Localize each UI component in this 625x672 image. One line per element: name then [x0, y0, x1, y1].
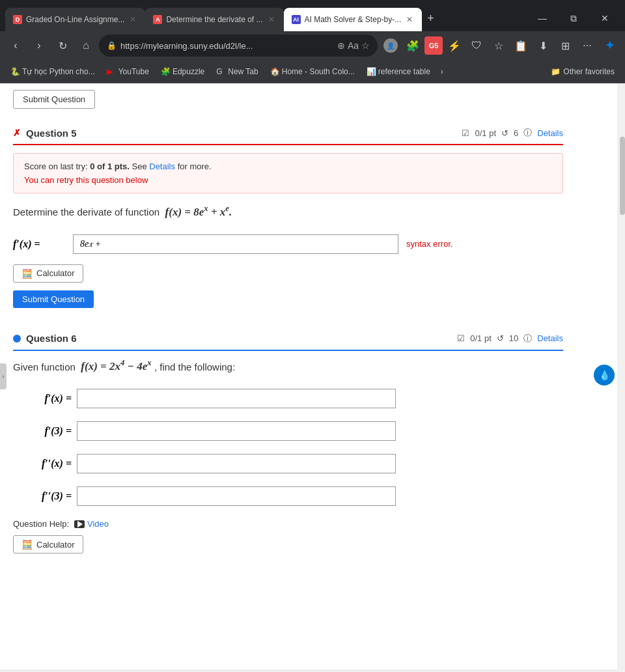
- address-bar[interactable]: 🔒 https://mylearning.suny.edu/d2l/le... …: [99, 35, 378, 57]
- q6-input-row-3: f′′(x) =: [13, 454, 563, 473]
- copilot-icon: 💧: [599, 370, 610, 380]
- q5-input-label: f′(x) =: [13, 238, 65, 250]
- python-favicon: 🐍: [10, 67, 20, 76]
- q6-input-4[interactable]: [77, 486, 396, 506]
- error-details-link[interactable]: Details: [149, 161, 175, 171]
- tab-1-favicon: D: [13, 15, 22, 24]
- tab-2-close[interactable]: ✕: [267, 14, 276, 25]
- home-button[interactable]: ⌂: [76, 35, 96, 56]
- bookmark-edpuzzle[interactable]: 🧩 Edpuzzle: [156, 65, 210, 78]
- other-favorites[interactable]: 📁 Other favorites: [546, 65, 620, 78]
- error-score-value: 0 of 1 pts.: [90, 161, 130, 171]
- question-6-retry: 10: [509, 333, 518, 343]
- tab-3[interactable]: AI AI Math Solver & Step-by-... ✕: [284, 8, 423, 31]
- scrollbar[interactable]: [617, 83, 625, 669]
- top-submit-button[interactable]: Submit Question: [13, 90, 95, 109]
- error-score-prefix: Score on last try:: [24, 161, 88, 171]
- g5-button[interactable]: G5: [424, 36, 443, 55]
- left-panel-toggle[interactable]: ›: [0, 363, 7, 389]
- tab-2-favicon: A: [153, 15, 162, 24]
- q6-input-row-4: f′′(3) =: [13, 486, 563, 506]
- question-5-header: ✗ Question 5 ☑ 0/1 pt ↺ 6 ⓘ Details: [13, 122, 563, 145]
- edge-copilot[interactable]: ✦: [599, 35, 620, 56]
- edge-copilot-side[interactable]: 💧: [594, 365, 615, 385]
- question-6-label: Question 6: [26, 333, 77, 344]
- back-button[interactable]: ‹: [5, 35, 26, 56]
- lightning-button[interactable]: ⚡: [444, 35, 465, 56]
- sidebar-toggle[interactable]: ⊞: [555, 35, 576, 56]
- profile-button[interactable]: 👤: [380, 35, 401, 56]
- restore-button[interactable]: ⧉: [559, 8, 589, 29]
- address-icons: ⊕ Aa ☆: [337, 40, 370, 51]
- retry-text-q5: You can retry this question below: [24, 175, 148, 185]
- minimize-button[interactable]: —: [527, 8, 557, 29]
- bookmark-newtab[interactable]: G New Tab: [211, 65, 263, 78]
- q6-input-2[interactable]: [77, 421, 396, 441]
- tab-3-title: AI Math Solver & Step-by-...: [305, 15, 402, 24]
- question-6-details-link[interactable]: Details: [537, 333, 563, 343]
- tab-2[interactable]: A Determine the derivate of ... ✕: [145, 8, 283, 31]
- video-link-q6[interactable]: Video: [74, 519, 109, 529]
- history-button[interactable]: 📋: [510, 35, 531, 56]
- address-text: https://mylearning.suny.edu/d2l/le...: [120, 41, 333, 51]
- q6-input-3[interactable]: [77, 454, 396, 473]
- bookmark-youtube-label: YouTube: [118, 67, 149, 76]
- check-icon-q6: ☑: [457, 333, 465, 343]
- q6-input-row-1: f′(x) =: [13, 389, 563, 408]
- google-favicon: G: [216, 67, 225, 76]
- new-tab-button[interactable]: +: [422, 7, 439, 31]
- q6-input-1[interactable]: [77, 389, 396, 408]
- bookmarks-chevron[interactable]: ›: [437, 65, 447, 78]
- calc-icon-q5: 🧮: [21, 268, 33, 279]
- error-more: for more.: [178, 161, 212, 171]
- question-6-text: Given function f(x) = 2x4 − 4ex , find t…: [13, 359, 563, 374]
- other-favorites-label: Other favorites: [563, 67, 615, 76]
- browser-chrome: D Graded On-Line Assignme... ✕ A Determi…: [0, 0, 625, 83]
- tab-1-close[interactable]: ✕: [128, 14, 137, 25]
- bookmark-home[interactable]: 🏠 Home - South Colo...: [265, 65, 360, 78]
- close-button[interactable]: ✕: [590, 8, 620, 29]
- calculator-button-q6[interactable]: 🧮 Calculator: [13, 535, 83, 553]
- tab-1[interactable]: D Graded On-Line Assignme... ✕: [5, 8, 145, 31]
- shield-button[interactable]: 🛡: [466, 35, 487, 56]
- star-icon[interactable]: ☆: [361, 40, 370, 51]
- q6-label-4: f′′(3) =: [13, 490, 72, 502]
- tab-3-close[interactable]: ✕: [405, 14, 414, 25]
- question-6-title: Question 6: [13, 333, 77, 344]
- q6-label-1: f′(x) =: [13, 393, 72, 404]
- forward-button[interactable]: ›: [29, 35, 49, 56]
- bookmark-reference[interactable]: 📊 reference table: [361, 65, 436, 78]
- youtube-favicon: ▶: [107, 67, 116, 76]
- page-content: › Submit Question ✗ Question 5 ☑ 0/1 pt …: [0, 83, 625, 669]
- submit-button-q5[interactable]: Submit Question: [13, 290, 94, 308]
- edpuzzle-favicon: 🧩: [161, 67, 170, 76]
- calc-icon-q6: 🧮: [21, 539, 33, 550]
- info-icon-q5: ⓘ: [523, 127, 532, 139]
- q6-label-2: f′(3) =: [13, 425, 72, 437]
- question-5-text: Determine the derivate of function f(x) …: [13, 204, 563, 219]
- extensions-button[interactable]: 🧩: [402, 35, 423, 56]
- nav-bar: ‹ › ↻ ⌂ 🔒 https://mylearning.suny.edu/d2…: [0, 31, 625, 60]
- retry-icon-q6: ↺: [497, 333, 504, 343]
- retry-icon-q5: ↺: [501, 128, 508, 138]
- question-5-meta: ☑ 0/1 pt ↺ 6 ⓘ Details: [462, 127, 563, 139]
- scrollbar-thumb[interactable]: [620, 137, 625, 215]
- more-button[interactable]: ···: [577, 35, 598, 56]
- tab-bar: D Graded On-Line Assignme... ✕ A Determi…: [0, 0, 625, 31]
- translate-icon: ⊕: [337, 40, 345, 51]
- bookmark-python[interactable]: 🐍 Tự học Python cho...: [5, 65, 100, 78]
- tab-controls: — ⧉ ✕: [527, 8, 620, 29]
- question-5-title: ✗ Question 5: [13, 128, 77, 139]
- downloads-button[interactable]: ⬇: [533, 35, 553, 56]
- question-5-block: ✗ Question 5 ☑ 0/1 pt ↺ 6 ⓘ Details Scor…: [13, 122, 563, 308]
- calculator-button-q5[interactable]: 🧮 Calculator: [13, 264, 83, 283]
- bookmark-home-label: Home - South Colo...: [282, 67, 355, 76]
- nav-right: 👤 🧩 G5 ⚡ 🛡 ☆ 📋 ⬇ ⊞ ··· ✦: [380, 35, 620, 56]
- bookmark-youtube[interactable]: ▶ YouTube: [102, 65, 154, 78]
- refresh-button[interactable]: ↻: [52, 35, 73, 56]
- calc-container-q5: 🧮 Calculator: [13, 264, 563, 283]
- calc-label-q6: Calculator: [36, 540, 75, 550]
- bookmark-button[interactable]: ☆: [488, 35, 509, 56]
- q5-answer-input[interactable]: [73, 234, 398, 254]
- question-5-details-link[interactable]: Details: [537, 128, 563, 138]
